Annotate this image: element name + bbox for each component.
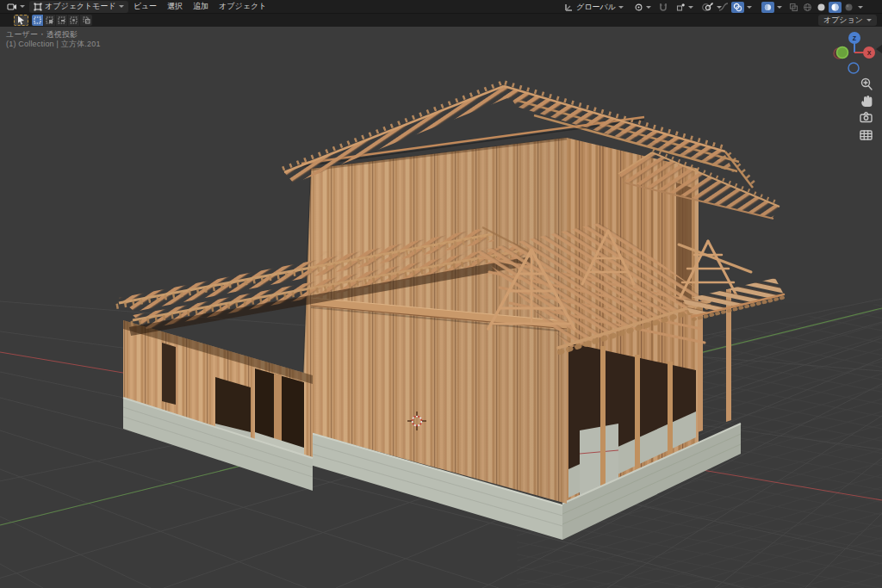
gizmo-x-label: X [867, 50, 872, 56]
pivot-point-dropdown[interactable] [630, 1, 655, 13]
xray-options-dropdown[interactable] [757, 1, 786, 13]
snap-target-icon [676, 3, 686, 12]
chevron-down-icon [618, 6, 624, 9]
shading-wireframe-icon [803, 3, 812, 12]
shading-rendered-icon [844, 3, 854, 12]
tweak-select-tool-button[interactable] [14, 15, 28, 26]
cursor-arrow-icon [17, 15, 25, 25]
chevron-down-icon [858, 6, 863, 9]
zoom-icon[interactable] [862, 79, 873, 90]
show-gizmos-dropdown[interactable] [699, 1, 726, 13]
transform-orientation-dropdown[interactable]: グローバル [560, 1, 628, 13]
header-right-cluster [699, 1, 865, 13]
shading-solid-icon [817, 3, 826, 12]
pivot-point-icon [634, 3, 643, 12]
orthographic-grid-icon[interactable] [860, 131, 872, 139]
show-gizmos-icon [704, 2, 714, 12]
xray-options-icon [761, 2, 774, 13]
shading-solid-button[interactable] [815, 2, 828, 13]
navigation-gizmo[interactable]: Z X [834, 32, 875, 73]
snap-magnet-icon [659, 3, 668, 12]
active-tool-group [14, 15, 92, 26]
show-overlays-icon [731, 2, 744, 13]
gizmo-axis-neg-z[interactable] [848, 63, 859, 73]
gizmo-z-label: Z [853, 35, 857, 41]
mode-dropdown-label: オブジェクトモード [45, 1, 116, 12]
menu-object[interactable]: オブジェクト [214, 1, 271, 13]
chevron-down-icon [646, 6, 651, 9]
3d-viewport-editor-icon [7, 3, 17, 11]
shading-material-icon [830, 3, 840, 12]
header-menubar: オブジェクトモード ビュー 選択 追加 オブジェクト グローバル [0, 0, 882, 14]
viewport-gadgets: Z X [0, 0, 882, 588]
chevron-down-icon [717, 6, 722, 9]
chevron-down-icon [866, 19, 872, 22]
blender-window: Z X [0, 0, 882, 588]
toggle-xray-button[interactable] [787, 2, 800, 13]
shading-rendered-button[interactable] [842, 2, 855, 13]
transform-orientation-label: グローバル [576, 2, 616, 13]
snap-target-dropdown[interactable] [672, 1, 698, 13]
select-mode-new[interactable] [32, 15, 44, 26]
object-mode-icon [34, 3, 42, 11]
shading-options-dropdown[interactable] [856, 1, 865, 13]
snap-magnet-toggle[interactable] [657, 2, 670, 13]
pan-hand-icon[interactable] [861, 96, 872, 107]
shading-material-button[interactable] [829, 2, 842, 13]
menu-view[interactable]: ビュー [128, 1, 162, 13]
chevron-down-icon [777, 6, 782, 9]
select-mode-subtract[interactable] [56, 15, 68, 26]
shading-wireframe-button[interactable] [801, 2, 814, 13]
chevron-down-icon [747, 6, 752, 9]
mode-dropdown[interactable]: オブジェクトモード [29, 1, 128, 13]
camera-view-icon[interactable] [860, 113, 872, 122]
tool-options-dropdown[interactable]: オプション [818, 15, 877, 26]
chevron-down-icon [20, 5, 25, 8]
select-mode-extend[interactable] [44, 15, 56, 26]
transform-orientation-icon [564, 3, 574, 12]
select-mode-intersect[interactable] [80, 15, 92, 26]
show-overlays-dropdown[interactable] [727, 1, 756, 13]
chevron-down-icon [688, 6, 693, 9]
select-mode-group [32, 15, 92, 26]
tool-options-label: オプション [823, 15, 863, 26]
select-mode-invert[interactable] [68, 15, 80, 26]
menu-add[interactable]: 追加 [188, 1, 214, 13]
editor-type-button[interactable] [3, 1, 29, 13]
chevron-down-icon [119, 5, 124, 8]
toggle-xray-icon [789, 3, 798, 12]
menu-select[interactable]: 選択 [162, 1, 188, 13]
tool-settings-bar: オプション [0, 14, 882, 27]
gizmo-axis-y[interactable] [837, 47, 848, 59]
